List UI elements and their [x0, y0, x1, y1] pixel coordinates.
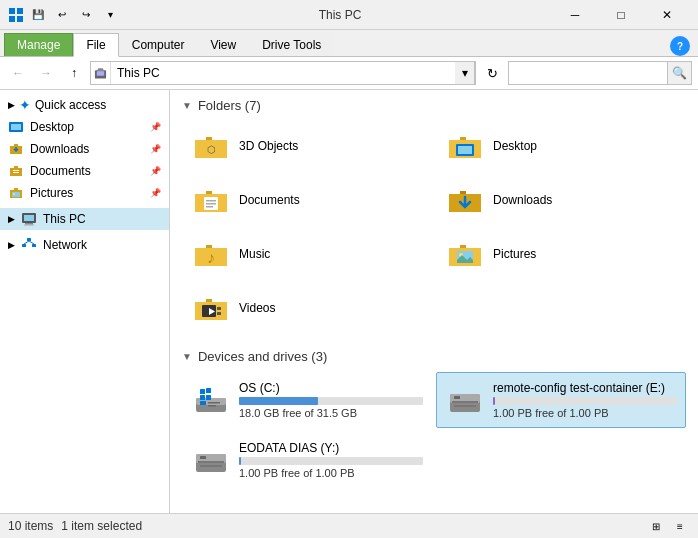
folder-music-icon: ♪ — [191, 236, 231, 272]
sidebar-item-pictures[interactable]: Pictures 📌 — [0, 182, 169, 204]
folder-desktop-icon — [445, 128, 485, 164]
drives-grid: OS (C:) 18.0 GB free of 31.5 GB — [182, 372, 686, 488]
svg-text:♪: ♪ — [207, 249, 215, 266]
maximize-button[interactable]: □ — [598, 0, 644, 30]
sidebar-section-thispc: ▶ This PC — [0, 208, 169, 230]
devices-section-header[interactable]: ▼ Devices and drives (3) — [182, 349, 686, 364]
folder-item-desktop[interactable]: Desktop — [436, 121, 686, 171]
customize-toolbar-btn[interactable]: ▾ — [100, 5, 120, 25]
folder-item-pictures[interactable]: Pictures — [436, 229, 686, 279]
refresh-button[interactable]: ↻ — [480, 61, 504, 85]
chevron-icon-2: ▶ — [8, 240, 15, 250]
up-button[interactable]: ↑ — [62, 61, 86, 85]
undo-toolbar-btn[interactable]: ↩ — [52, 5, 72, 25]
redo-toolbar-btn[interactable]: ↪ — [76, 5, 96, 25]
sidebar-network-label: Network — [43, 238, 161, 252]
sidebar-item-downloads[interactable]: Downloads 📌 — [0, 138, 169, 160]
pin-icon-3: 📌 — [150, 166, 161, 176]
drive-e-name: remote-config test-container (E:) — [493, 381, 677, 395]
svg-rect-53 — [200, 456, 206, 459]
window-controls: ─ □ ✕ — [552, 0, 690, 30]
item-selected: 1 item selected — [61, 519, 142, 533]
drive-item-c[interactable]: OS (C:) 18.0 GB free of 31.5 GB — [182, 372, 432, 428]
tab-drive-tools[interactable]: Drive Tools — [249, 33, 334, 56]
drive-c-icon — [191, 382, 231, 418]
downloads-folder-icon — [8, 141, 24, 157]
folder-music-label: Music — [239, 247, 270, 261]
folder-item-3dobjects[interactable]: ⬡ 3D Objects — [182, 121, 432, 171]
drive-c-name: OS (C:) — [239, 381, 423, 395]
folder-videos-label: Videos — [239, 301, 275, 315]
tab-file[interactable]: File — [73, 33, 118, 57]
search-icon: 🔍 — [668, 61, 692, 85]
forward-button[interactable]: → — [34, 61, 58, 85]
svg-rect-6 — [97, 71, 104, 76]
search-input[interactable] — [508, 61, 668, 85]
folder-item-documents[interactable]: Documents — [182, 175, 432, 225]
star-icon: ✦ — [19, 97, 31, 113]
folder-videos-icon — [191, 290, 231, 326]
address-input[interactable] — [111, 62, 455, 84]
drive-e-free: 1.00 PB free of 1.00 PB — [493, 407, 677, 419]
sidebar-desktop-label: Desktop — [30, 120, 144, 134]
drive-y-bar — [239, 457, 241, 465]
folder-3dobjects-icon: ⬡ — [191, 128, 231, 164]
sidebar-item-network[interactable]: ▶ Network — [0, 234, 169, 256]
drive-item-y[interactable]: EODATA DIAS (Y:) 1.00 PB free of 1.00 PB — [182, 432, 432, 488]
svg-rect-44 — [206, 395, 211, 400]
drive-e-info: remote-config test-container (E:) 1.00 P… — [493, 381, 677, 419]
svg-rect-35 — [217, 312, 221, 315]
view-details-btn[interactable]: ≡ — [670, 516, 690, 536]
svg-rect-40 — [208, 405, 216, 407]
close-button[interactable]: ✕ — [644, 0, 690, 30]
svg-line-21 — [29, 241, 34, 244]
svg-rect-26 — [206, 200, 216, 202]
pin-icon: 📌 — [150, 122, 161, 132]
address-bar: ← → ↑ ▾ ↻ 🔍 — [0, 57, 698, 90]
devices-chevron-icon: ▼ — [182, 351, 192, 362]
desktop-folder-icon — [8, 119, 24, 135]
drive-e-bar — [493, 397, 495, 405]
sidebar-item-desktop[interactable]: Desktop 📌 — [0, 116, 169, 138]
folder-documents-label: Documents — [239, 193, 300, 207]
svg-rect-38 — [200, 401, 206, 405]
svg-rect-9 — [13, 170, 19, 171]
svg-rect-2 — [9, 16, 15, 22]
svg-rect-14 — [24, 215, 34, 221]
sidebar-item-thispc[interactable]: ▶ This PC — [0, 208, 169, 230]
drive-e-icon — [445, 382, 485, 418]
tab-manage[interactable]: Manage — [4, 33, 73, 56]
drive-c-free: 18.0 GB free of 31.5 GB — [239, 407, 423, 419]
folder-pictures-icon — [445, 236, 485, 272]
folder-downloads-label: Downloads — [493, 193, 552, 207]
sidebar-pictures-label: Pictures — [30, 186, 144, 200]
folder-item-videos[interactable]: Videos — [182, 283, 432, 333]
svg-point-12 — [13, 193, 15, 195]
drive-item-e[interactable]: remote-config test-container (E:) 1.00 P… — [436, 372, 686, 428]
folder-item-music[interactable]: ♪ Music — [182, 229, 432, 279]
minimize-button[interactable]: ─ — [552, 0, 598, 30]
view-large-icons-btn[interactable]: ⊞ — [646, 516, 666, 536]
quick-access-label: Quick access — [35, 98, 106, 112]
sidebar-quick-access-header[interactable]: ▶ ✦ Quick access — [0, 94, 169, 116]
address-dropdown[interactable]: ▾ — [455, 61, 475, 85]
drive-y-info: EODATA DIAS (Y:) 1.00 PB free of 1.00 PB — [239, 441, 423, 479]
folders-section-header[interactable]: ▼ Folders (7) — [182, 98, 686, 113]
sidebar: ▶ ✦ Quick access Desktop 📌 — [0, 90, 170, 513]
folder-documents-icon — [191, 182, 231, 218]
folder-3dobjects-label: 3D Objects — [239, 139, 298, 153]
back-button[interactable]: ← — [6, 61, 30, 85]
help-button[interactable]: ? — [670, 36, 690, 56]
status-bar: 10 items 1 item selected ⊞ ≡ — [0, 513, 698, 538]
documents-folder-icon — [8, 163, 24, 179]
title-bar-icons: 💾 ↩ ↪ ▾ — [8, 5, 128, 25]
sidebar-thispc-label: This PC — [43, 212, 161, 226]
sidebar-section-quick-access: ▶ ✦ Quick access Desktop 📌 — [0, 94, 169, 204]
pictures-folder-icon — [8, 185, 24, 201]
svg-text:⬡: ⬡ — [207, 144, 216, 155]
save-toolbar-btn[interactable]: 💾 — [28, 5, 48, 25]
tab-computer[interactable]: Computer — [119, 33, 198, 56]
tab-view[interactable]: View — [197, 33, 249, 56]
folder-item-downloads[interactable]: Downloads — [436, 175, 686, 225]
sidebar-item-documents[interactable]: Documents 📌 — [0, 160, 169, 182]
